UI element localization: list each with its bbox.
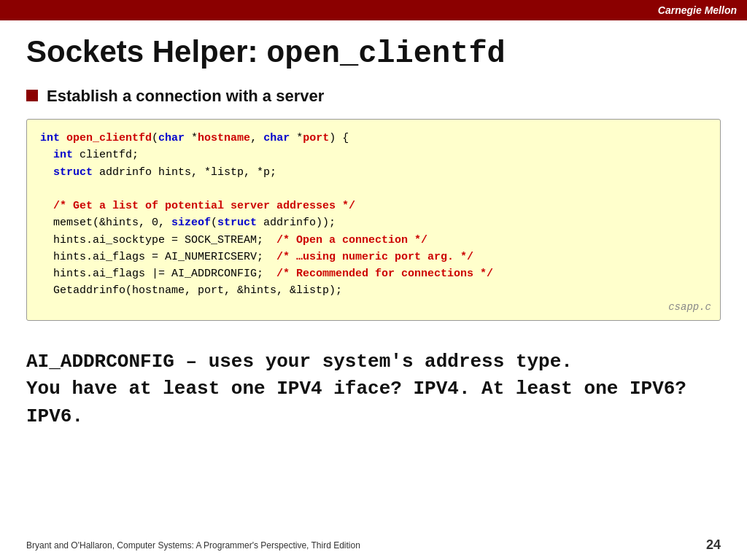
- footer-page-number: 24: [706, 537, 721, 553]
- csapp-label: csapp.c: [668, 300, 711, 316]
- bullet-section: Establish a connection with a server: [26, 87, 721, 106]
- bottom-text-line1: AI_ADDRCONFIG – uses your system's addre…: [26, 351, 573, 373]
- footer: Bryant and O'Hallaron, Computer Systems:…: [0, 537, 747, 553]
- bullet-icon: [26, 90, 38, 101]
- bottom-text-line2: You have at least one IPV4 iface? IPV4. …: [26, 378, 686, 427]
- bullet-text: Establish a connection with a server: [47, 87, 324, 106]
- main-content: Sockets Helper: open_clientfd Establish …: [0, 20, 747, 349]
- slide-title: Sockets Helper: open_clientfd: [26, 35, 721, 71]
- bottom-line1: AI_ADDRCONFIG – uses your system's addre…: [26, 349, 721, 376]
- title-text: Sockets Helper:: [26, 34, 266, 69]
- bottom-section: AI_ADDRCONFIG – uses your system's addre…: [0, 349, 747, 431]
- title-code: open_clientfd: [266, 36, 506, 71]
- brand-title: Carnegie Mellon: [658, 4, 737, 16]
- footer-left: Bryant and O'Hallaron, Computer Systems:…: [26, 540, 360, 551]
- code-block: int open_clientfd(char *hostname, char *…: [26, 119, 721, 321]
- code-content: int open_clientfd(char *hostname, char *…: [40, 130, 707, 300]
- bottom-line2: You have at least one IPV4 iface? IPV4. …: [26, 376, 721, 430]
- top-bar: Carnegie Mellon: [0, 0, 747, 20]
